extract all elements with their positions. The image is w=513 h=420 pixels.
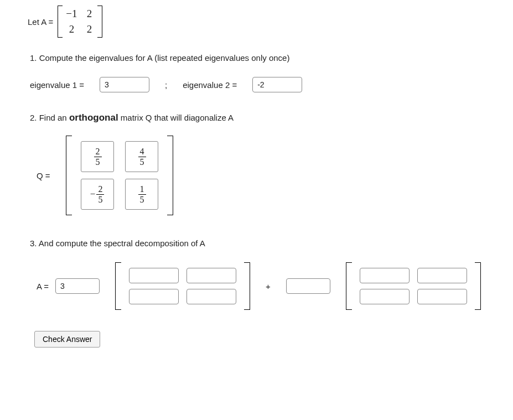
matrix-a-cell: 2 [85,23,94,35]
sm1-cell-21[interactable] [129,289,179,304]
q-cell-num: 2 [96,184,104,195]
q-equals-label: Q = [37,171,50,180]
q-cell-den: 5 [94,157,102,167]
spectral-matrix-2 [346,262,481,310]
plus-label: + [266,282,271,291]
q-cell-den: 5 [138,157,146,167]
scalar-2-input[interactable] [286,278,330,294]
matrix-a-cell: −1 [66,8,77,20]
q-cell-num: 1 [138,184,146,195]
sm2-cell-12[interactable] [417,268,467,283]
part-3-prompt: 3. And compute the spectral decompositio… [30,238,513,248]
separator: ; [165,80,167,90]
matrix-a: −1 2 2 2 [58,6,102,38]
eigenvalue-2-label: eigenvalue 2 = [183,80,237,90]
q-cell-den: 5 [96,195,104,205]
eigenvalue-1-label: eigenvalue 1 = [30,80,84,90]
q-cell-sign: − [90,189,96,200]
part-2-prompt-b: orthogonal [69,112,118,123]
part-3: 3. And compute the spectral decompositio… [30,238,513,310]
scalar-1-input[interactable] [55,278,100,294]
part-2-prompt-c: matrix Q that will diagonalize A [118,113,234,122]
part-1: 1. Compute the eigenvalues for A (list r… [30,53,513,92]
matrix-a-cell: 2 [85,8,94,20]
sm2-cell-11[interactable] [360,268,410,283]
sm2-cell-22[interactable] [417,289,467,304]
q-cell-22[interactable]: 15 [125,179,158,210]
part-2-prompt: 2. Find an orthogonal matrix Q that will… [30,112,513,123]
q-cell-12[interactable]: 45 [125,141,158,172]
matrix-q: 25 45 − 25 [66,136,173,215]
part-2-prompt-a: 2. Find an [30,113,69,122]
sm1-cell-12[interactable] [186,268,236,283]
q-cell-num: 2 [94,147,102,157]
q-cell-21[interactable]: − 25 [81,179,114,210]
q-cell-den: 5 [138,195,146,205]
part-2: 2. Find an orthogonal matrix Q that will… [30,112,513,215]
sm2-cell-21[interactable] [360,289,410,304]
spectral-matrix-1 [115,262,250,310]
eigenvalue-1-input[interactable] [100,77,149,92]
let-a-label: Let A = [28,17,53,27]
definition-row: Let A = −1 2 2 2 [28,6,513,38]
sm1-cell-22[interactable] [186,289,236,304]
sm1-cell-11[interactable] [129,268,179,283]
check-answer-button[interactable]: Check Answer [34,331,100,348]
eigenvalue-2-input[interactable] [252,77,302,92]
a-equals-label: A = [37,282,49,291]
matrix-a-cell: 2 [67,23,76,35]
q-cell-num: 4 [138,147,146,157]
part-1-prompt: 1. Compute the eigenvalues for A (list r… [30,53,513,63]
q-cell-11[interactable]: 25 [81,141,114,172]
